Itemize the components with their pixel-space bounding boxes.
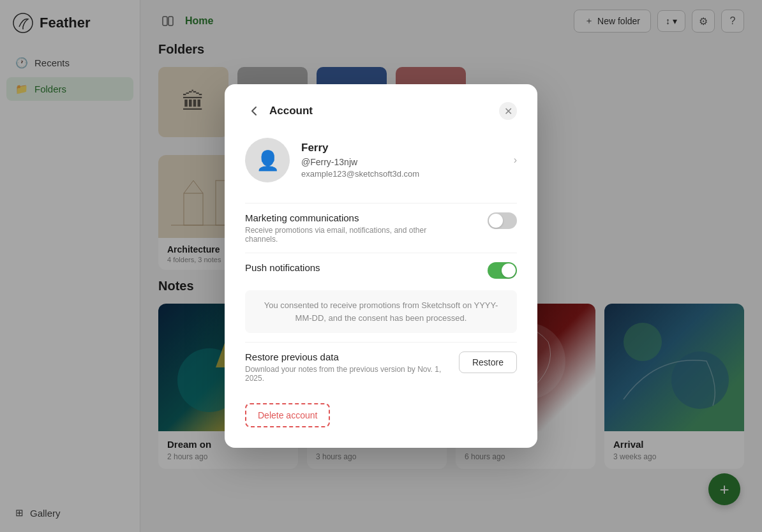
avatar-icon: 👤 xyxy=(256,149,280,172)
modal-header: Account ✕ xyxy=(245,102,517,120)
profile-handle: @Ferry-13njw xyxy=(301,157,502,167)
restore-row: Restore previous data Download your note… xyxy=(245,342,517,392)
restore-button-label: Restore xyxy=(472,357,504,367)
marketing-desc: Receive promotions via email, notificati… xyxy=(245,226,437,244)
profile-name: Ferry xyxy=(301,142,502,154)
account-modal: Account ✕ 👤 Ferry @Ferry-13njw example12… xyxy=(225,84,537,448)
modal-title: Account xyxy=(269,105,313,117)
marketing-label: Marketing communications xyxy=(245,212,437,223)
push-label: Push notifications xyxy=(245,262,320,273)
marketing-row: Marketing communications Receive promoti… xyxy=(245,203,517,253)
profile-chevron-icon[interactable]: › xyxy=(514,154,517,166)
restore-desc: Download your notes from the previous ve… xyxy=(245,365,449,383)
push-notifications-row: Push notifications xyxy=(245,253,517,288)
marketing-toggle-thumb xyxy=(489,214,503,228)
profile-email: example123@sketchsoft3d.com xyxy=(301,169,502,179)
consent-text: You consented to receive promotions from… xyxy=(264,300,498,323)
delete-account-label: Delete account xyxy=(258,410,317,420)
restore-button[interactable]: Restore xyxy=(459,351,517,373)
profile-row[interactable]: 👤 Ferry @Ferry-13njw example123@sketchso… xyxy=(245,135,517,185)
avatar: 👤 xyxy=(245,138,290,182)
push-toggle[interactable] xyxy=(488,262,517,279)
marketing-toggle[interactable] xyxy=(488,212,517,229)
close-icon: ✕ xyxy=(504,105,512,117)
push-toggle-thumb xyxy=(502,263,516,277)
marketing-text: Marketing communications Receive promoti… xyxy=(245,212,437,244)
profile-info: Ferry @Ferry-13njw example123@sketchsoft… xyxy=(301,142,502,179)
delete-account-button[interactable]: Delete account xyxy=(245,403,330,427)
restore-info: Restore previous data Download your note… xyxy=(245,351,449,383)
modal-close-button[interactable]: ✕ xyxy=(499,102,517,120)
restore-title: Restore previous data xyxy=(245,351,449,362)
modal-back-button[interactable] xyxy=(245,102,263,120)
consent-box: You consented to receive promotions from… xyxy=(245,290,517,333)
